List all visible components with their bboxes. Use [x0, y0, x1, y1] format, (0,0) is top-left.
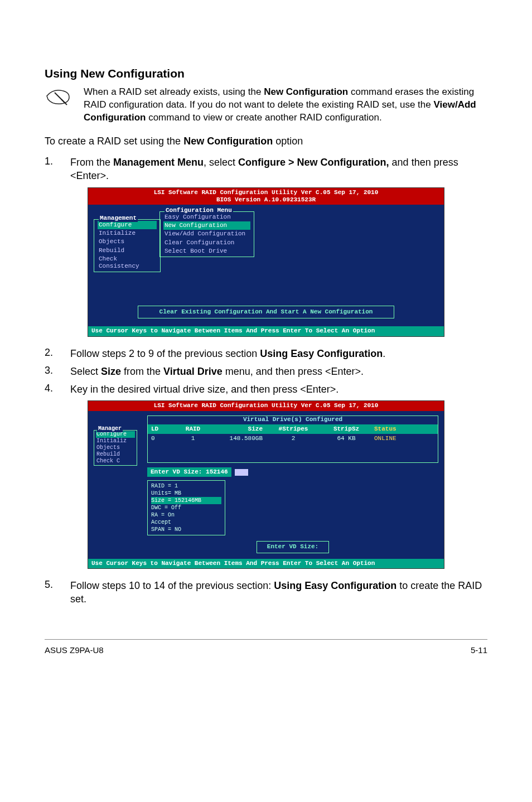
row-ld: 0 — [151, 435, 173, 442]
step-1: 1. From the Management Menu, select Conf… — [45, 156, 487, 183]
intro-b1: New Configuration — [183, 136, 273, 147]
page: Using New Configuration When a RAID set … — [0, 0, 532, 769]
mgmt-rebuild[interactable]: Rebuild — [98, 247, 157, 255]
section-title: Using New Configuration — [45, 67, 487, 80]
bios1-menu-group: Management Configure Initialize Objects … — [94, 209, 438, 272]
row-stripes: 2 — [268, 435, 318, 442]
cfg-units[interactable]: Units= MB — [151, 490, 221, 497]
s2-p2: . — [383, 348, 385, 359]
step-3-num: 3. — [45, 365, 70, 378]
cfg-size[interactable]: Size = 152146MB — [151, 497, 221, 504]
note-row: When a RAID set already exists, using th… — [45, 86, 487, 124]
row-status: ONLINE — [374, 435, 430, 442]
s5-p1: Follow steps 10 to 14 of the previous se… — [70, 580, 274, 591]
vd-data-row: 0 1 148.580GB 2 64 KB ONLINE — [148, 434, 438, 443]
bios1-message: Clear Existing Configuration And Start A… — [138, 306, 394, 318]
step-3: 3. Select Size from the Virtual Drive me… — [45, 365, 487, 378]
col-raid: RAID — [173, 426, 212, 433]
configuration-menu: Configuration Menu Easy Configuration Ne… — [159, 211, 254, 257]
note-text: When a RAID set already exists, using th… — [84, 86, 487, 124]
bios2-header: LSI Software RAID Configuration Utility … — [88, 401, 444, 410]
cfg-dwc[interactable]: DWC = Off — [151, 504, 221, 511]
b2-rebuild[interactable]: Rebuild — [96, 451, 135, 458]
enter-vd-value[interactable]: 152146 — [206, 468, 228, 475]
bios2-left-menu: Manager Configure Initializ Objects Rebu… — [94, 430, 137, 466]
step-5: 5. Follow steps 10 to 14 of the previous… — [45, 579, 487, 606]
col-status: Status — [374, 426, 430, 433]
step-2-num: 2. — [45, 347, 70, 360]
enter-vd-prompt: Enter VD Size: — [257, 541, 329, 553]
step-2-text: Follow steps 2 to 9 of the previous sect… — [70, 347, 385, 360]
bios2-footer: Use Cursor Keys to Navigate Between Item… — [88, 559, 444, 568]
configuration-menu-label: Configuration Menu — [165, 207, 233, 214]
s2-b1: Using Easy Configuration — [260, 348, 383, 359]
mgmt-configure[interactable]: Configure — [98, 221, 157, 229]
s1-p2: , select — [204, 157, 238, 168]
step-5-num: 5. — [45, 579, 70, 606]
footer-right: 5-11 — [471, 645, 487, 655]
step-1-text: From the Management Menu, select Configu… — [70, 156, 487, 183]
intro-p1: To create a RAID set using the — [45, 136, 183, 147]
note-p3: command to view or create another RAID c… — [146, 112, 381, 123]
cfg-ra[interactable]: RA = On — [151, 511, 221, 519]
bios-screenshot-1: LSI Software RAID Configuration Utility … — [88, 187, 444, 337]
conf-clear[interactable]: Clear Configuration — [163, 239, 250, 247]
b2-check[interactable]: Check C — [96, 458, 135, 465]
bios1-header-line2: BIOS Version A.10.09231523R — [90, 196, 442, 204]
bios1-header: LSI Software RAID Configuration Utility … — [88, 188, 444, 205]
step-5-text: Follow steps 10 to 14 of the previous se… — [70, 579, 487, 606]
conf-easy[interactable]: Easy Configuration — [163, 213, 250, 221]
enter-vd-label-text: Enter VD Size: — [151, 468, 202, 475]
s3-p2: from the — [121, 366, 163, 377]
step-1-num: 1. — [45, 156, 70, 183]
mgmt-objects[interactable]: Objects — [98, 238, 157, 246]
conf-new[interactable]: New Configuration — [163, 221, 250, 230]
vd-title: Virtual Drive(s) Configured — [148, 416, 438, 424]
step-4-text: Key in the desired virtual drive size, a… — [70, 383, 338, 396]
step-4-num: 4. — [45, 383, 70, 396]
management-menu-label: Management — [99, 215, 138, 222]
conf-view-add[interactable]: View/Add Configuration — [163, 230, 250, 238]
mgmt-check-consistency[interactable]: Check Consistency — [98, 255, 157, 270]
intro-p2: option — [273, 136, 303, 147]
s2-p1: Follow steps 2 to 9 of the previous sect… — [70, 348, 260, 359]
b2-initialize[interactable]: Initializ — [96, 438, 135, 445]
s1-b2: Configure > New Configuration, — [238, 157, 389, 168]
note-icon — [45, 86, 84, 106]
row-size: 148.580GB — [212, 435, 268, 442]
s1-p1: From the — [70, 157, 113, 168]
bios2-mgmt-label: Manager — [97, 426, 123, 432]
intro-text: To create a RAID set using the New Confi… — [45, 134, 487, 148]
conf-select-boot[interactable]: Select Boot Drive — [163, 247, 250, 255]
row-stripsz: 64 KB — [318, 435, 374, 442]
s5-b1: Using Easy Configuration — [274, 580, 396, 591]
page-footer: ASUS Z9PA-U8 5-11 — [45, 639, 487, 655]
enter-vd-label: Enter VD Size: 152146 — [147, 467, 231, 477]
bios-screenshot-2: LSI Software RAID Configuration Utility … — [88, 400, 444, 568]
b2-objects[interactable]: Objects — [96, 445, 135, 451]
bios1-footer: Use Cursor Keys to Navigate Between Item… — [88, 326, 444, 336]
s3-b1: Size — [101, 366, 121, 377]
col-ld: LD — [151, 426, 173, 433]
note-b1: New Configuration — [264, 86, 348, 97]
step-2: 2. Follow steps 2 to 9 of the previous s… — [45, 347, 487, 360]
enter-vd-size-row: Enter VD Size: 152146 — [147, 465, 438, 479]
step-3-text: Select Size from the Virtual Drive menu,… — [70, 365, 364, 378]
step-4: 4. Key in the desired virtual drive size… — [45, 383, 487, 396]
s1-b1: Management Menu — [113, 157, 204, 168]
col-size: Size — [212, 426, 268, 433]
col-stripsz: StripSz — [318, 426, 374, 433]
bios2-right: Virtual Drive(s) Configured LD RAID Size… — [147, 414, 438, 553]
vd-table: Virtual Drive(s) Configured LD RAID Size… — [147, 416, 438, 463]
col-stripes: #Stripes — [268, 426, 318, 433]
cfg-span[interactable]: SPAN = NO — [151, 526, 221, 533]
mgmt-initialize[interactable]: Initialize — [98, 229, 157, 238]
bios1-header-line1: LSI Software RAID Configuration Utility … — [90, 189, 442, 196]
cfg-accept[interactable]: Accept — [151, 519, 221, 526]
s3-p1: Select — [70, 366, 101, 377]
cfg-raid[interactable]: RAID = 1 — [151, 482, 221, 490]
footer-left: ASUS Z9PA-U8 — [45, 645, 104, 655]
bios1-body: Management Configure Initialize Objects … — [88, 205, 444, 326]
s3-p3: menu, and then press <Enter>. — [223, 366, 364, 377]
cursor-icon — [235, 469, 248, 476]
